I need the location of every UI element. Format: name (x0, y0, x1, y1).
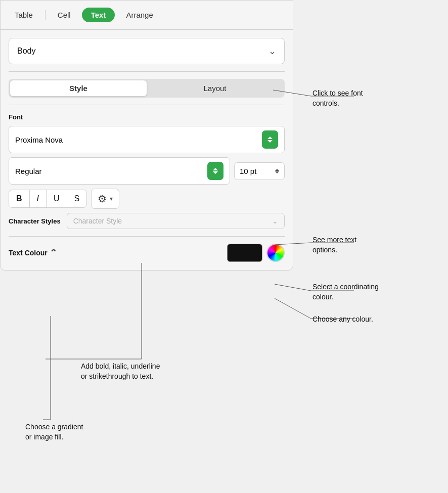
font-style-value: Regular (15, 167, 42, 175)
colour-swatch[interactable] (227, 244, 262, 262)
separator-3 (9, 236, 285, 237)
separator-1 (9, 71, 285, 72)
inspector-panel: Table Cell Text Arrange Body ⌄ Style Lay… (0, 0, 293, 271)
font-size-stepper[interactable] (275, 169, 279, 173)
font-name-value: Proxima Nova (15, 136, 63, 144)
stepper-up-icon (267, 137, 273, 139)
font-name-row: Proxima Nova (9, 126, 285, 153)
font-style-stepper[interactable] (207, 162, 223, 180)
italic-button[interactable]: I (30, 190, 47, 207)
font-size-value: 10 pt (240, 167, 256, 175)
text-colour-row: Text Colour ⌃ (9, 244, 285, 262)
character-styles-label: Character Styles (9, 217, 61, 225)
sub-tab-layout[interactable]: Layout (147, 80, 283, 96)
tab-bar: Table Cell Text Arrange (1, 1, 293, 30)
annotation-choose-colour: Choose any colour. (312, 315, 373, 325)
more-options-button[interactable]: ⚙ ▾ (91, 189, 119, 209)
separator-2 (9, 105, 285, 105)
font-name-stepper[interactable] (262, 130, 278, 149)
svg-line-6 (275, 298, 311, 319)
stepper-down-icon (213, 171, 218, 174)
chevron-down-icon: ⌄ (268, 46, 276, 57)
chevron-down-icon: ▾ (110, 195, 113, 202)
colour-wheel-button[interactable] (266, 244, 285, 262)
format-buttons-group: B I U S (9, 190, 87, 208)
annotation-font-controls: Click to see fontcontrols. (312, 88, 363, 108)
text-colour-stepper[interactable]: ⌃ (50, 247, 57, 258)
font-name-field[interactable]: Proxima Nova (9, 126, 285, 153)
style-selector-dropdown[interactable]: Body ⌄ (9, 38, 285, 64)
strikethrough-button[interactable]: S (67, 190, 87, 207)
svg-line-4 (275, 284, 311, 291)
bold-button[interactable]: B (9, 190, 30, 207)
font-size-field[interactable]: 10 pt (234, 162, 285, 180)
format-row: B I U S ⚙ ▾ (9, 189, 285, 209)
chevron-down-icon: ⌄ (272, 217, 278, 225)
text-colour-label: Text Colour ⌃ (9, 247, 57, 258)
style-selector-label: Body (17, 47, 35, 56)
tab-table[interactable]: Table (6, 8, 42, 22)
annotation-more-options: See more textoptions. (312, 235, 356, 255)
stepper-down-icon (267, 140, 273, 143)
tab-divider (45, 10, 46, 20)
font-style-field[interactable]: Regular (9, 157, 230, 185)
sub-tab-style[interactable]: Style (10, 80, 147, 96)
gear-icon: ⚙ (98, 193, 107, 205)
stepper-up-icon (275, 169, 279, 171)
annotation-gradient-fill: Choose a gradientor image fill. (25, 422, 83, 442)
tab-cell[interactable]: Cell (49, 8, 80, 22)
font-style-row: Regular 10 pt (9, 157, 285, 185)
stepper-up-icon (213, 168, 218, 170)
stepper-down-icon (275, 171, 279, 173)
sub-tab-bar: Style Layout (9, 79, 285, 98)
character-styles-row: Character Styles Character Style ⌄ (9, 213, 285, 229)
font-section-label: Font (9, 113, 285, 121)
annotation-coordinating-colour: Select a coordinatingcolour. (312, 282, 379, 302)
character-style-dropdown[interactable]: Character Style ⌄ (67, 213, 285, 229)
annotation-bold-italic: Add bold, italic, underlineor strikethro… (81, 362, 160, 381)
tab-arrange[interactable]: Arrange (117, 8, 162, 22)
underline-button[interactable]: U (47, 190, 67, 207)
tab-text[interactable]: Text (82, 8, 115, 22)
character-style-placeholder: Character Style (73, 217, 122, 225)
